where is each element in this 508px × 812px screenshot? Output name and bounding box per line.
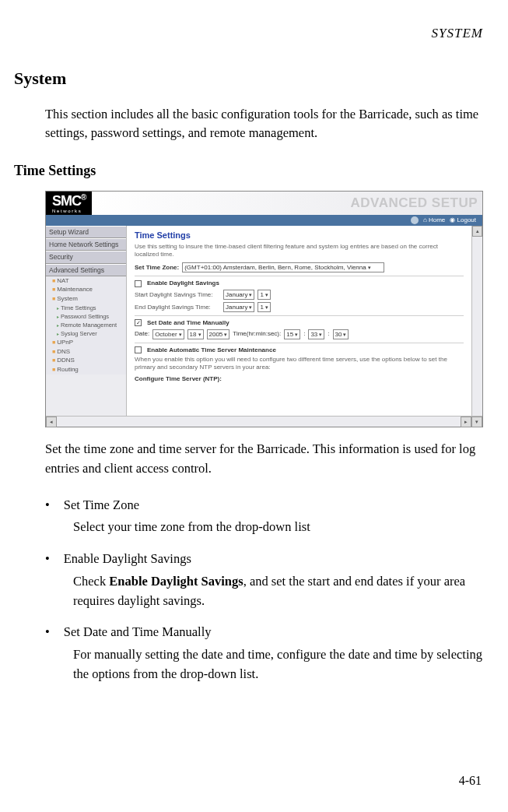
section-intro: This section includes all the basic conf… [45, 105, 483, 144]
ss-logo: SMC® N e t w o r k s [46, 193, 92, 213]
time-s[interactable]: 30 [333, 329, 349, 339]
sidebar-item-maintenance[interactable]: ■Maintenance [46, 285, 126, 294]
sidebar-label: DNS [57, 348, 70, 355]
subsection-title: Time Settings [14, 160, 483, 181]
scroll-down-icon[interactable]: ▾ [471, 417, 482, 427]
dst-end-day[interactable]: 1 [258, 302, 270, 312]
ss-header: SMC® N e t w o r k s ADVANCED SETUP [46, 192, 482, 215]
dst-start-label: Start Daylight Savings Time: [135, 291, 220, 299]
tz-label: Set Time Zone: [135, 264, 179, 272]
embedded-screenshot: SMC® N e t w o r k s ADVANCED SETUP ⌂ Ho… [45, 191, 483, 427]
time-m[interactable]: 33 [308, 329, 324, 339]
sidebar-item-security[interactable]: Security [46, 251, 126, 263]
ss-topbar: ⌂ Home ◉ Logout [46, 215, 482, 226]
dst-end-month[interactable]: January [223, 302, 254, 312]
manual-label: Set Date and Time Manually [147, 319, 229, 327]
manual-row: ✓ Set Date and Time Manually [135, 319, 464, 327]
manual-checkbox[interactable]: ✓ [135, 319, 142, 326]
dst-start-day[interactable]: 1 [258, 290, 270, 300]
date-label: Date: [135, 330, 149, 338]
bullet-title: Enable Daylight Savings [64, 550, 191, 569]
dst-enable-label: Enable Daylight Savings [147, 279, 219, 287]
ss-banner: ADVANCED SETUP [92, 192, 482, 215]
globe-icon [411, 216, 419, 224]
tz-select[interactable]: (GMT+01:00) Amsterdam, Berlin, Bern, Rom… [182, 262, 384, 272]
desc-pre: Check [73, 574, 109, 589]
ss-banner-text: ADVANCED SETUP [351, 195, 478, 211]
panel-title: Time Settings [135, 230, 464, 241]
bullet-desc: Check Enable Daylight Savings, and set t… [73, 572, 483, 611]
bullet-desc: For manually setting the date and time, … [73, 645, 483, 684]
sidebar-label: Routing [57, 366, 79, 373]
bullet-marker: • [45, 623, 50, 642]
bullet-desc: Select your time zone from the drop-down… [73, 518, 483, 537]
sidebar-item-routing[interactable]: ■Routing [46, 365, 126, 374]
sidebar-label: Time Settings [61, 304, 96, 311]
sidebar-label: Syslog Server [61, 330, 97, 337]
dst-start-month[interactable]: January [223, 290, 254, 300]
sidebar-item-home-network[interactable]: Home Network Settings [46, 238, 126, 251]
sidebar-item-ddns[interactable]: ■DDNS [46, 356, 126, 365]
desc-bold: Enable Daylight Savings [109, 574, 243, 589]
date-row: Date: October 18 2005 Time(hr:min:sec): … [135, 329, 464, 339]
home-label: Home [429, 216, 445, 223]
ss-sidebar: Setup Wizard Home Network Settings Secur… [46, 226, 127, 416]
sidebar-item-nat[interactable]: ■NAT [46, 276, 126, 286]
bullet-title: Set Date and Time Manually [64, 623, 212, 642]
sidebar-label: Password Settings [61, 313, 109, 320]
running-head: SYSTEM [14, 23, 483, 44]
sidebar-item-system[interactable]: ■System [46, 294, 126, 304]
dst-end-label: End Daylight Savings Time: [135, 304, 220, 311]
vertical-scrollbar[interactable]: ▴ [471, 226, 482, 416]
ss-main-panel: Time Settings Use this setting to insure… [127, 226, 471, 416]
bullet-item-dst: •Enable Daylight Savings Check Enable Da… [45, 550, 483, 610]
dst-enable-row: Enable Daylight Savings [135, 279, 464, 287]
sidebar-item-syslog-server[interactable]: ▸Syslog Server [46, 329, 126, 338]
dst-start-row: Start Daylight Savings Time: January 1 [135, 290, 464, 300]
sidebar-item-advanced[interactable]: Advanced Settings [46, 264, 126, 276]
section-title: System [14, 65, 483, 91]
sidebar-label: Remote Management [61, 322, 117, 329]
ss-body: Setup Wizard Home Network Settings Secur… [46, 226, 482, 416]
dst-end-row: End Daylight Savings Time: January 1 [135, 302, 464, 312]
logout-link[interactable]: ◉ Logout [450, 216, 476, 224]
sidebar-label: Maintenance [57, 286, 93, 293]
ss-logo-sub: N e t w o r k s [52, 209, 86, 213]
dst-checkbox[interactable] [135, 280, 142, 287]
bullet-title: Set Time Zone [64, 496, 139, 515]
home-link[interactable]: ⌂ Home [423, 216, 445, 224]
sidebar-label: NAT [57, 277, 68, 284]
sidebar-item-dns[interactable]: ■DNS [46, 347, 126, 357]
bullet-list: •Set Time Zone Select your time zone fro… [45, 496, 483, 684]
logout-label: Logout [457, 216, 476, 223]
time-h[interactable]: 15 [284, 329, 300, 339]
sidebar-item-upnp[interactable]: ■UPnP [46, 338, 126, 347]
auto-label: Enable Automatic Time Server Maintenance [147, 346, 276, 354]
time-label: Time(hr:min:sec): [233, 330, 281, 338]
auto-row: Enable Automatic Time Server Maintenance [135, 346, 464, 354]
sidebar-label: System [57, 295, 78, 302]
auto-checkbox[interactable] [135, 346, 142, 353]
bullet-marker: • [45, 496, 50, 515]
auto-desc: When you enable this option you will nee… [135, 356, 464, 371]
sidebar-item-time-settings[interactable]: ▸Time Settings [46, 304, 126, 312]
bullet-marker: • [45, 550, 50, 569]
panel-desc: Use this setting to insure the time-base… [135, 243, 464, 258]
subsection-caption: Set the time zone and time server for th… [45, 440, 483, 479]
bullet-item-manual: •Set Date and Time Manually For manually… [45, 623, 483, 684]
page-number: 4-61 [459, 772, 482, 790]
scroll-left-icon[interactable]: ◂ [46, 417, 57, 427]
scroll-right-icon[interactable]: ▸ [461, 417, 471, 427]
date-year[interactable]: 2005 [207, 329, 230, 339]
ss-logo-text: SMC [52, 193, 81, 209]
sidebar-item-password-settings[interactable]: ▸Password Settings [46, 312, 126, 321]
scroll-up-icon[interactable]: ▴ [472, 226, 482, 237]
sidebar-item-setup-wizard[interactable]: Setup Wizard [46, 226, 126, 238]
sidebar-label: UPnP [57, 339, 73, 346]
ntp-label: Configure Time Server (NTP): [135, 375, 464, 383]
timezone-row: Set Time Zone: (GMT+01:00) Amsterdam, Be… [135, 262, 464, 272]
date-day[interactable]: 18 [187, 329, 204, 339]
date-month[interactable]: October [152, 329, 184, 339]
horizontal-scrollbar[interactable]: ◂ ▸ ▾ [46, 416, 482, 427]
sidebar-item-remote-management[interactable]: ▸Remote Management [46, 321, 126, 329]
